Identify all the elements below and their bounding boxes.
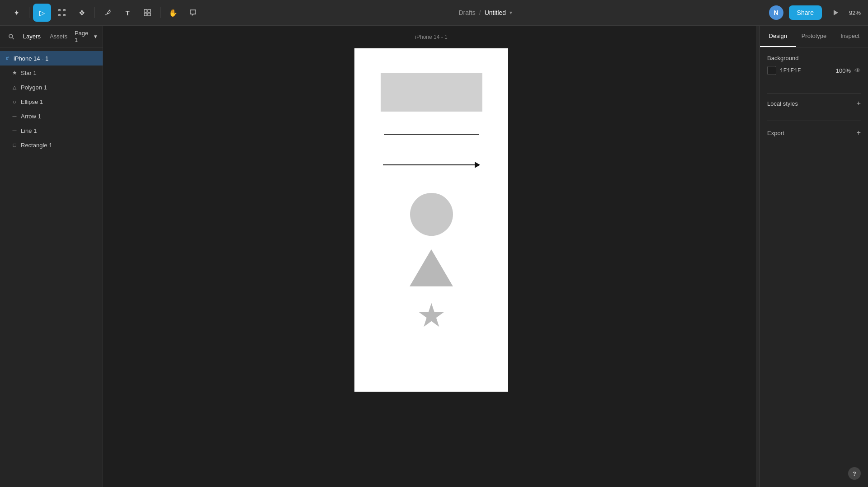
arrow-shaft xyxy=(383,164,475,165)
layer-arrow-label: Arrow 1 xyxy=(21,113,41,120)
canvas-polygon[interactable] xyxy=(410,249,453,286)
present-button[interactable] xyxy=(827,5,844,21)
local-styles-header: Local styles + xyxy=(767,100,861,107)
breadcrumb-slash: / xyxy=(479,9,481,16)
polygon-layer-icon: △ xyxy=(11,84,18,91)
divider-1 xyxy=(767,93,861,94)
tool-separator-2 xyxy=(94,7,95,18)
export-section-title: Export xyxy=(767,130,784,136)
comment-tool-button[interactable] xyxy=(184,4,202,22)
local-styles-section: Local styles + xyxy=(767,100,861,112)
canvas-ellipse[interactable] xyxy=(410,193,453,236)
share-button[interactable]: Share xyxy=(789,5,822,20)
local-styles-title: Local styles xyxy=(767,100,798,107)
hand-tool-button[interactable]: ✋ xyxy=(164,4,182,22)
topbar: ✦ ▷ ❖ T xyxy=(0,0,868,26)
background-section: Background 1E1E1E 100% 👁 xyxy=(767,55,861,84)
left-panel-header: Layers Assets Page 1 ▾ xyxy=(0,26,103,47)
layer-item-ellipse[interactable]: ○ Ellipse 1 xyxy=(7,94,103,109)
layer-item-arrow[interactable]: — Arrow 1 xyxy=(7,109,103,123)
canvas-star[interactable]: ★ xyxy=(417,299,446,332)
layer-item-rectangle[interactable]: □ Rectangle 1 xyxy=(7,138,103,152)
layer-ellipse-label: Ellipse 1 xyxy=(21,98,43,105)
svg-rect-6 xyxy=(144,9,147,12)
inspect-tab[interactable]: Inspect xyxy=(832,26,868,47)
svg-line-12 xyxy=(13,37,14,39)
frame-tool-button[interactable] xyxy=(53,4,71,22)
add-local-style-button[interactable]: + xyxy=(857,100,861,107)
background-row: 1E1E1E 100% 👁 xyxy=(767,66,861,75)
toolbar-tools: ✦ ▷ ❖ T xyxy=(7,4,202,22)
design-tab[interactable]: Design xyxy=(760,26,796,47)
ellipse-layer-icon: ○ xyxy=(11,98,18,105)
line-layer-icon: — xyxy=(11,127,18,134)
right-panel-tabs: Design Prototype Inspect xyxy=(760,26,868,47)
play-icon xyxy=(832,9,839,16)
svg-rect-3 xyxy=(64,14,65,16)
svg-line-5 xyxy=(105,14,108,15)
layer-item-star[interactable]: ★ Star 1 xyxy=(7,66,103,80)
page-selector[interactable]: Page 1 ▾ xyxy=(75,30,97,43)
assets-icon xyxy=(144,9,151,16)
search-button[interactable] xyxy=(5,30,18,43)
background-color-value[interactable]: 1E1E1E xyxy=(780,67,801,74)
pen-icon xyxy=(104,9,111,16)
title-chevron[interactable]: ▾ xyxy=(509,9,512,16)
svg-rect-8 xyxy=(144,13,147,16)
component-tool-button[interactable]: ❖ xyxy=(73,4,91,22)
layer-item-polygon[interactable]: △ Polygon 1 xyxy=(7,80,103,94)
layer-line-label: Line 1 xyxy=(21,127,37,134)
svg-marker-10 xyxy=(834,10,838,15)
divider-2 xyxy=(767,121,861,121)
background-section-header: Background xyxy=(767,55,861,61)
background-color-swatch[interactable] xyxy=(767,66,776,75)
canvas-area[interactable]: iPhone 14 - 1 ★ xyxy=(103,26,760,487)
add-export-button[interactable]: + xyxy=(857,129,861,136)
layers-tab[interactable]: Layers xyxy=(19,31,44,42)
svg-rect-0 xyxy=(59,9,60,11)
tool-separator-3 xyxy=(160,7,160,18)
zoom-level[interactable]: 92% xyxy=(849,9,861,16)
rectangle-layer-icon: □ xyxy=(11,141,18,149)
artboard-frame[interactable]: ★ xyxy=(354,48,508,392)
breadcrumb: Drafts / Untitled ▾ xyxy=(458,9,512,16)
left-panel: Layers Assets Page 1 ▾ # iPhone 14 - 1 ★… xyxy=(0,26,103,487)
canvas-rectangle[interactable] xyxy=(381,73,482,112)
arrow-head-icon xyxy=(475,162,480,168)
canvas-line[interactable] xyxy=(384,134,479,135)
frame-label: iPhone 14 - 1 xyxy=(415,34,447,40)
prototype-tab[interactable]: Prototype xyxy=(796,26,832,47)
document-title[interactable]: Untitled xyxy=(485,9,506,16)
search-icon xyxy=(8,33,14,40)
pen-tool-button[interactable] xyxy=(99,4,117,22)
move-tool-button[interactable]: ▷ xyxy=(33,4,51,22)
layer-item-iphone[interactable]: # iPhone 14 - 1 xyxy=(0,51,103,66)
figma-menu-button[interactable]: ✦ xyxy=(7,4,25,22)
visibility-toggle-icon[interactable]: 👁 xyxy=(854,67,861,74)
frame-icon xyxy=(58,9,66,16)
frame-layer-icon: # xyxy=(4,55,11,62)
svg-rect-2 xyxy=(59,14,60,16)
user-avatar[interactable]: N xyxy=(769,5,783,20)
assets-tool-button[interactable] xyxy=(138,4,156,22)
text-tool-button[interactable]: T xyxy=(118,4,137,22)
layers-list: # iPhone 14 - 1 ★ Star 1 △ Polygon 1 ○ E… xyxy=(0,47,103,156)
star-layer-icon: ★ xyxy=(11,69,18,76)
canvas-arrow[interactable] xyxy=(383,162,480,168)
topbar-right-actions: N Share 92% xyxy=(769,5,861,21)
layer-item-line[interactable]: — Line 1 xyxy=(7,123,103,138)
export-section: Export + xyxy=(767,129,861,141)
assets-tab[interactable]: Assets xyxy=(46,31,71,42)
layer-rectangle-label: Rectangle 1 xyxy=(21,142,52,149)
drafts-label[interactable]: Drafts xyxy=(458,9,475,16)
layer-iphone-label: iPhone 14 - 1 xyxy=(14,55,48,62)
arrow-layer-icon: — xyxy=(11,112,18,120)
canvas-scrollbar[interactable] xyxy=(756,26,760,487)
help-button[interactable]: ? xyxy=(848,467,861,480)
background-opacity-value[interactable]: 100% xyxy=(836,67,851,74)
main-area: Layers Assets Page 1 ▾ # iPhone 14 - 1 ★… xyxy=(0,26,868,487)
right-panel: Design Prototype Inspect Background 1E1E… xyxy=(760,26,868,487)
background-section-title: Background xyxy=(767,55,798,61)
layer-star-label: Star 1 xyxy=(21,70,37,76)
svg-rect-9 xyxy=(148,13,151,16)
